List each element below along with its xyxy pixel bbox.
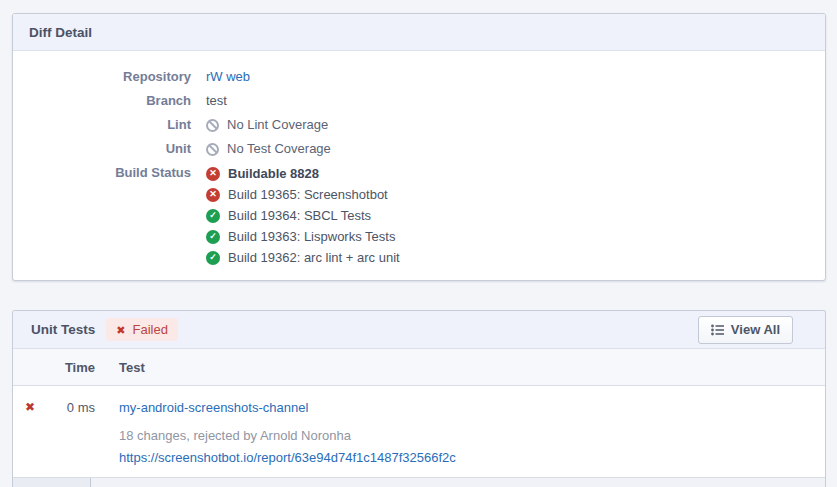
build-status-item: Build 19363: Lispworks Tests [206,226,400,247]
build-status-item: Buildable 8828 [206,163,400,184]
build-label: Build 19364: SBCL Tests [228,206,371,226]
property-label: Branch [13,91,191,111]
view-all-label: View All [731,322,780,337]
time-column-header: Time [61,360,107,375]
branch-value: test [206,91,227,111]
build-status-item: Build 19364: SBCL Tests [206,205,400,226]
view-all-button[interactable]: View All [698,316,793,344]
property-row-build-status: Build Status Buildable 8828 Build 19365:… [13,163,825,268]
build-label: Build 19363: Lispworks Tests [228,227,395,247]
table-row: 0 ms my-android-screenshots-channel 18 c… [13,386,825,478]
property-label: Lint [13,115,191,135]
build-status-item: Build 19365: Screenshotbot [206,184,400,205]
test-time: 0 ms [61,386,107,477]
times-circle-icon [206,188,220,202]
failed-status-badge: Failed [106,318,178,341]
unit-tests-table-header: Time Test [13,349,825,386]
property-list: Repository rW web Branch test Lint No Li… [13,51,825,268]
panel-title: Unit Tests [31,322,95,337]
property-row-lint: Lint No Lint Coverage [13,115,825,135]
diff-detail-panel: Diff Detail Repository rW web Branch tes… [12,13,826,281]
times-circle-icon [206,167,220,181]
test-column-header: Test [107,360,825,375]
check-circle-icon [206,209,220,223]
build-label: Build 19362: arc lint + arc unit [228,248,400,268]
property-label: Build Status [13,163,191,268]
ban-icon [206,143,219,156]
unit-tests-panel: Unit Tests Failed View All Time Test 0 m… [12,310,826,487]
property-label: Unit [13,139,191,159]
property-row-repository: Repository rW web [13,67,825,87]
check-circle-icon [206,251,220,265]
test-report-link[interactable]: https://screenshotbot.io/report/63e94d74… [119,450,825,466]
diff-detail-header: Diff Detail [13,14,825,51]
list-icon [711,324,724,336]
table-row-partial [13,478,825,487]
fail-x-icon [25,399,35,414]
build-status-item: Build 19362: arc lint + arc unit [206,247,400,268]
panel-title: Diff Detail [29,25,92,40]
lint-coverage-value: No Lint Coverage [227,115,328,135]
unit-tests-header: Unit Tests Failed View All [13,311,825,349]
repository-link[interactable]: rW web [206,67,250,87]
buildable-label: Buildable 8828 [228,164,319,184]
failed-badge-label: Failed [132,322,167,337]
test-details-text: 18 changes, rejected by Arnold Noronha [119,428,825,444]
property-label: Repository [13,67,191,87]
unit-coverage-value: No Test Coverage [227,139,331,159]
property-row-branch: Branch test [13,91,825,111]
x-icon [116,322,125,337]
test-name-link[interactable]: my-android-screenshots-channel [119,400,825,416]
partial-status-cell [13,478,91,487]
property-row-unit: Unit No Test Coverage [13,139,825,159]
build-label: Build 19365: Screenshotbot [228,185,388,205]
check-circle-icon [206,230,220,244]
build-status-list: Buildable 8828 Build 19365: Screenshotbo… [206,163,400,268]
ban-icon [206,119,219,132]
